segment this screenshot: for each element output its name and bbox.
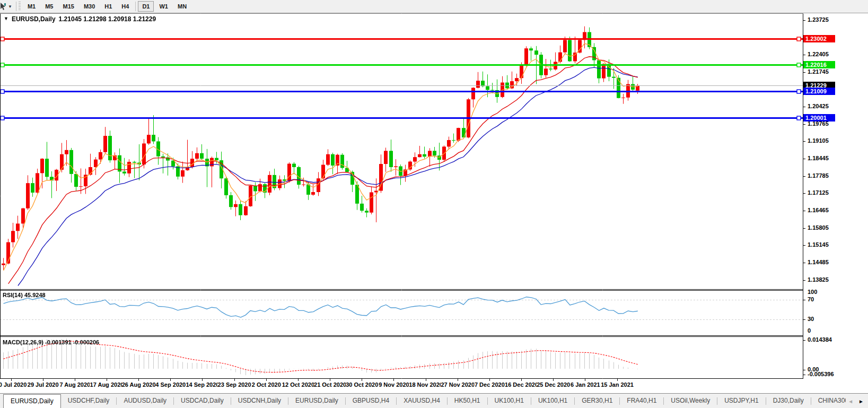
macd-label: MACD(12,26,9) -0.001391 -0.000206 (3, 339, 99, 345)
chart-tab-dj30-daily[interactable]: DJ30,Daily (766, 394, 811, 408)
rsi-axis-label: 0 (808, 327, 811, 334)
chart-tab-gbpusd-h4[interactable]: GBPUSD,H4 (346, 394, 396, 408)
timeframe-button-M5[interactable]: M5 (41, 1, 57, 12)
chart-tab-usdcnh-daily[interactable]: USDCNH,Daily (231, 394, 288, 408)
timeframe-button-H1[interactable]: H1 (100, 1, 116, 12)
collapse-triangle-icon[interactable]: ▼ (4, 16, 8, 21)
rsi-axis-label: 100 (808, 289, 817, 295)
chart-tab-xauusd-h4[interactable]: XAUUSD,H4 (397, 394, 447, 408)
date-axis-label: 20 Jul 2020 (0, 381, 27, 388)
rsi-tick-mark (803, 300, 805, 300)
toolbar-grip[interactable] (19, 2, 21, 11)
date-tick-mark (298, 379, 299, 381)
timeframe-button-D1[interactable]: D1 (138, 1, 154, 12)
price-tick-mark (803, 20, 805, 21)
chart-tab-usoil-weekly[interactable]: USOil,Weekly (664, 394, 717, 408)
price-tick-mark (803, 124, 805, 125)
date-tick-mark (521, 379, 522, 381)
tab-scroll-left-icon[interactable]: ◄ (848, 399, 853, 404)
price-axis[interactable]: 1.237251.224051.217451.204251.197651.191… (803, 13, 868, 380)
date-tick-mark (75, 379, 75, 381)
date-axis-label: 30 Oct 2020 (346, 381, 378, 388)
price-tick-label: 1.17785 (808, 172, 829, 179)
macd-tick-mark (803, 375, 805, 375)
timeframe-button-MN[interactable]: MN (173, 1, 191, 12)
date-tick-mark (202, 379, 203, 381)
date-tick-mark (266, 379, 267, 381)
date-axis-label: 23 Sep 2020 (218, 381, 251, 388)
chart-tab-fra40-h1[interactable]: FRA40,H1 (620, 394, 663, 408)
date-tick-mark (362, 379, 362, 381)
date-tick-mark (170, 379, 171, 381)
date-tick-mark (585, 379, 585, 381)
chart-tab-usdjpy-h1[interactable]: USDJPY,H1 (717, 394, 765, 408)
date-axis-label: 18 Nov 2020 (409, 381, 443, 388)
price-tick-mark (803, 72, 805, 73)
chart-tab-audusd-daily[interactable]: AUDUSD,Daily (117, 394, 173, 408)
chart-cursor-icon[interactable] (0, 2, 7, 11)
date-tick-mark (426, 379, 426, 381)
price-tick-label: 1.16465 (808, 207, 829, 213)
date-tick-mark (11, 379, 12, 381)
date-axis[interactable]: 20 Jul 202029 Jul 20207 Aug 202017 Aug 2… (0, 379, 868, 393)
price-tick-label: 1.15145 (808, 241, 829, 248)
date-axis-label: 7 Dec 2020 (475, 381, 505, 388)
price-tick-mark (803, 193, 805, 194)
date-axis-label: 21 Oct 2020 (314, 381, 346, 388)
date-tick-mark (138, 379, 139, 381)
timeframe-button-M1[interactable]: M1 (23, 1, 40, 12)
price-level-badge: 1.22016 (803, 61, 835, 68)
price-chart-canvas[interactable] (0, 13, 803, 380)
tab-scroll-right-icon[interactable]: ► (858, 399, 864, 404)
date-tick-mark (617, 379, 618, 381)
price-tick-mark (803, 263, 805, 263)
price-tick-label: 1.14485 (808, 259, 829, 265)
timeframe-button-W1[interactable]: W1 (155, 1, 172, 12)
chart-tab-uk100-h1[interactable]: UK100,H1 (488, 394, 531, 408)
date-axis-label: 14 Sep 2020 (186, 381, 219, 388)
date-axis-label: 16 Dec 2020 (505, 381, 538, 388)
price-tick-mark (803, 159, 805, 159)
price-tick-mark (803, 228, 805, 229)
timeframe-button-M30[interactable]: M30 (80, 1, 99, 12)
date-axis-label: 7 Aug 2020 (59, 381, 90, 388)
price-tick-mark (803, 107, 805, 107)
price-tick-label: 1.22405 (808, 51, 829, 57)
timeframe-button-M15[interactable]: M15 (58, 1, 78, 12)
date-axis-label: 12 Oct 2020 (282, 381, 314, 388)
chevron-down-icon[interactable]: ▼ (8, 4, 12, 9)
chart-tab-hk50-h1[interactable]: HK50,H1 (448, 394, 487, 408)
date-axis-label: 4 Sep 2020 (155, 381, 186, 388)
macd-axis-label: 0.014384 (808, 336, 832, 343)
chart-tab-eurusd-daily[interactable]: EURUSD,Daily (288, 394, 345, 408)
date-axis-label: 27 Nov 2020 (441, 381, 475, 388)
price-tick-mark (803, 245, 805, 246)
date-axis-label: 15 Jan 2021 (601, 381, 634, 388)
price-tick-label: 1.23725 (808, 16, 829, 23)
macd-axis-label: -0.005396 (808, 371, 834, 377)
chart-tab-uk100-h1[interactable]: UK100,H1 (531, 394, 574, 408)
price-tick-label: 1.18445 (808, 155, 829, 161)
date-axis-label: 26 Aug 2020 (122, 381, 156, 388)
chart-tab-eurusd-daily[interactable]: EURUSD,Daily (3, 394, 61, 408)
price-tick-label: 1.13825 (808, 276, 829, 283)
timeframe-button-H4[interactable]: H4 (117, 1, 133, 12)
price-tick-label: 1.15805 (808, 224, 829, 231)
date-axis-label: 9 Nov 2020 (379, 381, 409, 388)
chart-tab-usdchf-daily[interactable]: USDCHF,Daily (61, 394, 117, 408)
date-axis-label: 25 Dec 2020 (537, 381, 570, 388)
chart-tab-ger30-h1[interactable]: GER30,H1 (575, 394, 619, 408)
date-axis-label: 17 Aug 2020 (90, 381, 124, 388)
tab-scroll-arrows: ◄ ► (846, 394, 868, 408)
chart-tab-usdcad-daily[interactable]: USDCAD,Daily (174, 394, 231, 408)
date-tick-mark (43, 379, 43, 381)
price-tick-mark (803, 176, 805, 177)
rsi-axis-label: 70 (808, 296, 814, 302)
chart-tab-bar: EURUSD,DailyUSDCHF,DailyAUDUSD,DailyUSDC… (0, 393, 868, 408)
date-tick-mark (458, 379, 458, 381)
timeframe-buttons: M1M5M15M30H1H4D1W1MN (23, 1, 191, 12)
date-tick-mark (234, 379, 235, 381)
price-level-badge: 1.23002 (803, 35, 835, 42)
macd-tick-mark (803, 370, 805, 370)
rsi-label: RSI(14) 45.9248 (3, 292, 46, 298)
